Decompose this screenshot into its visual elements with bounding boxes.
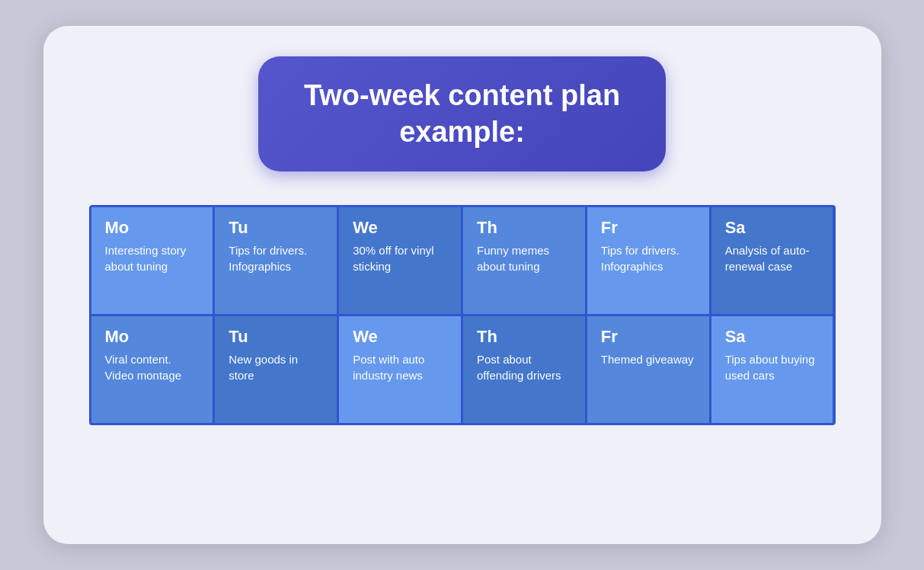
day-r1c1: Mo: [105, 219, 200, 236]
day-r2c6: Sa: [725, 328, 820, 345]
cell-r1c2: Tu Tips for drivers. Infographics: [215, 207, 337, 314]
cell-r2c6: Sa Tips about buying used cars: [711, 316, 833, 423]
day-r2c2: Tu: [229, 328, 323, 345]
day-r2c1: Mo: [105, 328, 200, 345]
content-r2c5: Themed giveaway: [601, 351, 695, 367]
cell-r1c1: Mo Interesting story about tuning: [91, 207, 213, 314]
cell-r2c2: Tu New goods in store: [215, 316, 337, 423]
day-r2c5: Fr: [601, 328, 695, 345]
content-r2c4: Post about offending drivers: [477, 351, 571, 383]
cell-r2c1: Mo Viral content. Video montage: [91, 316, 213, 423]
content-r1c3: 30% off for vinyl sticking: [353, 242, 447, 274]
calendar-grid: Mo Interesting story about tuning Tu Tip…: [89, 205, 836, 425]
day-r1c3: We: [353, 219, 447, 236]
content-r1c6: Analysis of auto-renewal case: [725, 242, 820, 274]
main-card: Two-week content plan example: Mo Intere…: [43, 26, 881, 544]
cell-r1c6: Sa Analysis of auto-renewal case: [711, 207, 833, 314]
title-badge: Two-week content plan example:: [258, 56, 666, 171]
day-r1c2: Tu: [229, 219, 323, 236]
cell-r1c4: Th Funny memes about tuning: [463, 207, 585, 314]
content-r1c4: Funny memes about tuning: [477, 242, 571, 274]
content-r2c2: New goods in store: [229, 351, 323, 383]
content-r2c3: Post with auto industry news: [353, 351, 447, 383]
content-r1c5: Tips for drivers. Infographics: [601, 242, 695, 274]
day-r1c4: Th: [477, 219, 571, 236]
cell-r2c5: Fr Themed giveaway: [587, 316, 709, 423]
content-r2c6: Tips about buying used cars: [725, 351, 820, 383]
day-r1c6: Sa: [725, 219, 820, 236]
content-r2c1: Viral content. Video montage: [105, 351, 200, 383]
cell-r2c3: We Post with auto industry news: [339, 316, 461, 423]
content-r1c2: Tips for drivers. Infographics: [229, 242, 323, 274]
day-r1c5: Fr: [601, 219, 695, 236]
main-title: Two-week content plan example:: [304, 78, 620, 150]
cell-r2c4: Th Post about offending drivers: [463, 316, 585, 423]
day-r2c4: Th: [477, 328, 571, 345]
content-r1c1: Interesting story about tuning: [105, 242, 200, 274]
cell-r1c3: We 30% off for vinyl sticking: [339, 207, 461, 314]
day-r2c3: We: [353, 328, 447, 345]
cell-r1c5: Fr Tips for drivers. Infographics: [587, 207, 709, 314]
